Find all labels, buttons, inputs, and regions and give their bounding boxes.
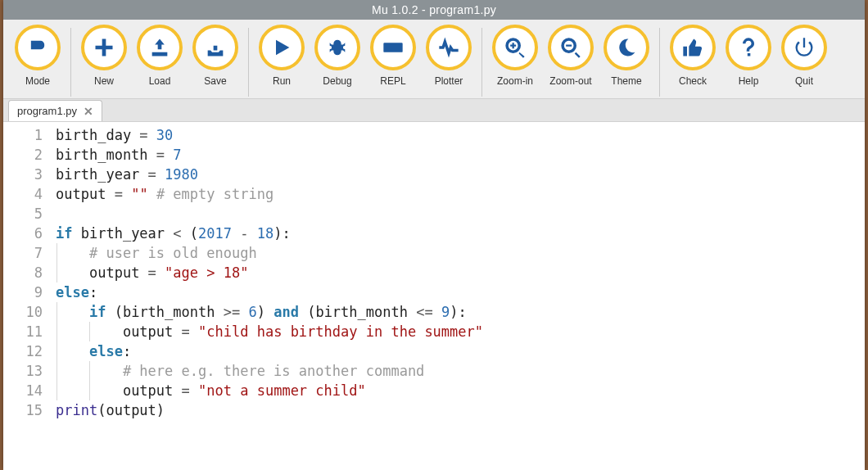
tab-bar: program1.py ✕	[3, 99, 865, 122]
thumb-icon	[670, 25, 716, 70]
power-icon	[781, 25, 827, 70]
code-line: else:	[56, 282, 865, 302]
load-icon	[137, 25, 183, 70]
debug-button[interactable]: Debug	[310, 23, 365, 87]
keyboard-icon	[370, 25, 416, 70]
save-button[interactable]: Save	[188, 23, 243, 87]
tab-label: program1.py	[17, 105, 77, 117]
zoom-out-button[interactable]: Zoom-out	[543, 23, 599, 87]
zoom-out-icon	[548, 25, 594, 70]
code-line	[56, 204, 865, 224]
mode-button-label: Mode	[25, 75, 50, 87]
code-line: output = "age > 18"	[56, 263, 865, 282]
run-button[interactable]: Run	[254, 23, 310, 87]
code-area[interactable]: birth_day = 30birth_month = 7birth_year …	[51, 122, 865, 470]
new-button[interactable]: New	[76, 23, 132, 87]
toolbar: ModeNewLoadSaveRunDebugREPLPlotterZoom-i…	[3, 20, 865, 99]
theme-button-label: Theme	[611, 75, 641, 87]
load-button[interactable]: Load	[132, 23, 188, 87]
zoom-in-icon	[492, 25, 538, 70]
window-title: Mu 1.0.2 - program1.py	[3, 0, 865, 20]
debug-button-label: Debug	[323, 75, 351, 87]
mode-button[interactable]: Mode	[10, 23, 66, 87]
plotter-button[interactable]: Plotter	[421, 23, 477, 87]
help-button[interactable]: Help	[721, 23, 776, 87]
code-line: output = "child has birthday in the summ…	[56, 322, 865, 341]
line-gutter: 123456789101112131415	[3, 122, 51, 470]
moon-icon	[604, 25, 649, 70]
repl-button-label: REPL	[380, 75, 405, 87]
code-line: birth_day = 30	[56, 125, 865, 145]
code-line: if birth_year < (2017 - 18):	[56, 224, 865, 243]
code-line: if (birth_month >= 6) and (birth_month <…	[56, 302, 865, 322]
repl-button[interactable]: REPL	[365, 23, 421, 87]
bug-icon	[314, 25, 360, 70]
plus-icon	[81, 25, 127, 70]
theme-button[interactable]: Theme	[599, 23, 654, 87]
code-line: output = "not a summer child"	[56, 381, 865, 400]
question-icon	[726, 25, 771, 70]
plotter-button-label: Plotter	[435, 75, 463, 87]
save-icon	[192, 25, 238, 70]
code-line: birth_month = 7	[56, 145, 865, 165]
help-button-label: Help	[739, 75, 759, 87]
play-icon	[259, 25, 305, 70]
save-button-label: Save	[204, 75, 226, 87]
pulse-icon	[426, 25, 472, 70]
check-button-label: Check	[679, 75, 707, 87]
code-editor[interactable]: 123456789101112131415 birth_day = 30birt…	[3, 122, 865, 470]
new-button-label: New	[94, 75, 114, 87]
code-line: output = "" # empty string	[56, 184, 865, 204]
zoom-out-button-label: Zoom-out	[549, 75, 591, 87]
zoom-in-button-label: Zoom-in	[497, 75, 533, 87]
tab-program1[interactable]: program1.py ✕	[8, 100, 102, 121]
code-line: # user is old enough	[56, 243, 865, 263]
code-line: # here e.g. there is another command	[56, 361, 865, 381]
code-line: birth_year = 1980	[56, 165, 865, 184]
check-button[interactable]: Check	[665, 23, 721, 87]
mode-icon	[15, 25, 61, 70]
code-line: else:	[56, 341, 865, 361]
load-button-label: Load	[149, 75, 171, 87]
quit-button-label: Quit	[795, 75, 813, 87]
code-line: print(output)	[56, 400, 865, 420]
run-button-label: Run	[273, 75, 291, 87]
zoom-in-button[interactable]: Zoom-in	[487, 23, 543, 87]
close-icon[interactable]: ✕	[84, 105, 93, 118]
quit-button[interactable]: Quit	[776, 23, 832, 87]
